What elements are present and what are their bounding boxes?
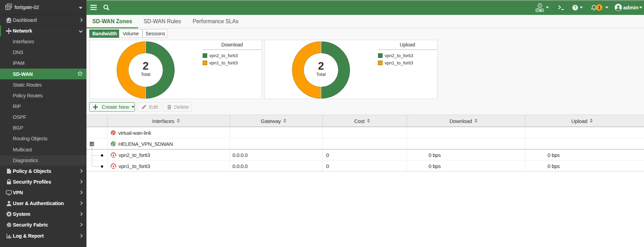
- svg-text:?: ?: [574, 5, 576, 10]
- svg-text:1: 1: [598, 5, 600, 10]
